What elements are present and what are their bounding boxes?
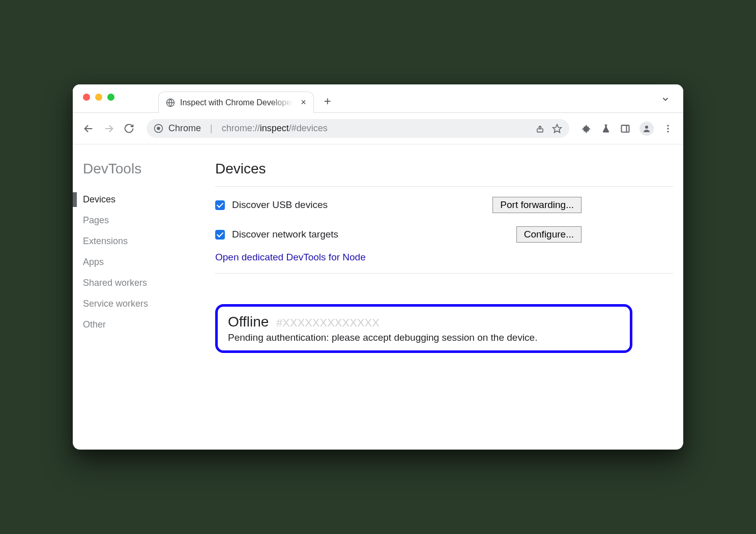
- sidebar-item-service-workers[interactable]: Service workers: [83, 293, 195, 314]
- device-status: Offline: [228, 314, 269, 330]
- svg-point-9: [645, 126, 648, 129]
- configure-button[interactable]: Configure...: [516, 226, 581, 243]
- share-button[interactable]: [535, 124, 545, 134]
- chevron-down-icon: [661, 95, 670, 104]
- sidebar-item-other[interactable]: Other: [83, 314, 195, 335]
- reload-icon: [124, 123, 134, 134]
- extensions-button[interactable]: [581, 124, 592, 134]
- tab-title: Inspect with Chrome Developer: [180, 98, 294, 107]
- sidebar-item-devices[interactable]: Devices: [83, 189, 195, 210]
- puzzle-icon: [581, 124, 592, 134]
- discover-usb-checkbox[interactable]: [215, 200, 225, 210]
- share-icon: [535, 124, 545, 133]
- traffic-lights: [83, 94, 114, 101]
- sidebar-item-pages[interactable]: Pages: [83, 210, 195, 231]
- port-forwarding-button[interactable]: Port forwarding...: [492, 197, 581, 213]
- person-icon: [642, 124, 651, 133]
- arrow-left-icon: [83, 123, 94, 134]
- menu-button[interactable]: [663, 124, 673, 134]
- omnibox-source: Chrome: [168, 123, 201, 134]
- discover-network-row: Discover network targets Configure...: [215, 226, 673, 243]
- minimize-window-button[interactable]: [95, 94, 102, 101]
- address-bar[interactable]: Chrome | chrome://inspect/#devices: [147, 119, 569, 138]
- sidebar-item-apps[interactable]: Apps: [83, 252, 195, 273]
- device-highlight: Offline #XXXXXXXXXXXXX Pending authentic…: [215, 304, 632, 353]
- device-message: Pending authentication: please accept de…: [228, 332, 620, 343]
- star-icon: [552, 124, 562, 134]
- omnibox-url: chrome://inspect/#devices: [222, 123, 328, 134]
- maximize-window-button[interactable]: [107, 94, 114, 101]
- forward-button[interactable]: [103, 123, 114, 134]
- panel-icon: [620, 124, 630, 134]
- tabs-menu-button[interactable]: [661, 95, 670, 104]
- chrome-icon: [154, 124, 163, 133]
- svg-point-10: [667, 125, 668, 126]
- back-button[interactable]: [83, 123, 94, 134]
- svg-point-4: [157, 127, 160, 130]
- new-tab-button[interactable]: +: [324, 94, 331, 108]
- discover-network-checkbox[interactable]: [215, 230, 225, 240]
- tab-close-button[interactable]: ×: [301, 97, 306, 108]
- sidebar-item-shared-workers[interactable]: Shared workers: [83, 273, 195, 293]
- omnibox-separator: |: [210, 123, 213, 134]
- sidebar-item-extensions[interactable]: Extensions: [83, 231, 195, 252]
- device-id: #XXXXXXXXXXXXX: [276, 316, 380, 329]
- bookmark-button[interactable]: [552, 124, 562, 134]
- main-panel: Devices Discover USB devices Port forwar…: [195, 144, 683, 450]
- browser-tab[interactable]: Inspect with Chrome Developer ×: [158, 92, 314, 113]
- node-devtools-link[interactable]: Open dedicated DevTools for Node: [215, 252, 366, 262]
- discover-network-label: Discover network targets: [232, 229, 338, 240]
- close-window-button[interactable]: [83, 94, 90, 101]
- more-vertical-icon: [663, 124, 673, 134]
- profile-button[interactable]: [639, 122, 654, 136]
- reload-button[interactable]: [124, 123, 134, 134]
- browser-window: Inspect with Chrome Developer × + Chrome…: [73, 84, 683, 450]
- flask-icon: [601, 124, 611, 134]
- svg-point-11: [667, 128, 668, 129]
- arrow-right-icon: [103, 123, 114, 134]
- svg-rect-7: [622, 125, 629, 132]
- svg-marker-6: [553, 124, 562, 132]
- side-panel-button[interactable]: [620, 124, 630, 134]
- content-area: DevTools Devices Pages Extensions Apps S…: [73, 144, 683, 450]
- device-status-line: Offline #XXXXXXXXXXXXX: [228, 314, 620, 330]
- discover-usb-row: Discover USB devices Port forwarding...: [215, 197, 673, 213]
- svg-point-12: [667, 131, 668, 132]
- toolbar: Chrome | chrome://inspect/#devices: [73, 113, 683, 144]
- toolbar-actions: [581, 122, 673, 136]
- labs-button[interactable]: [601, 124, 611, 134]
- tab-strip: Inspect with Chrome Developer × +: [73, 84, 683, 113]
- sidebar: DevTools Devices Pages Extensions Apps S…: [73, 144, 195, 450]
- settings-panel: Discover USB devices Port forwarding... …: [215, 186, 673, 274]
- sidebar-title: DevTools: [83, 161, 195, 177]
- discover-usb-label: Discover USB devices: [232, 199, 328, 211]
- globe-icon: [166, 98, 175, 107]
- page-title: Devices: [215, 161, 673, 177]
